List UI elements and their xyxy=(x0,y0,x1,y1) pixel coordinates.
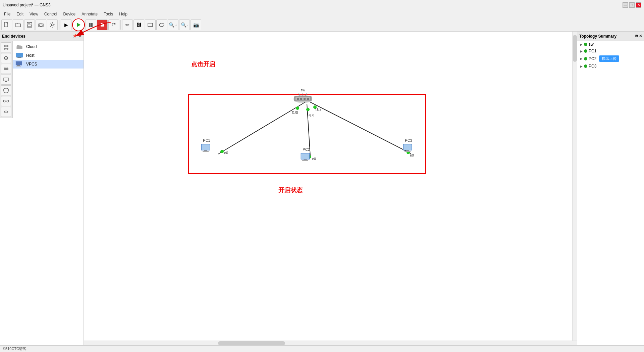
topology-box xyxy=(188,94,426,174)
svg-rect-53 xyxy=(307,98,309,100)
annotation-open: 点击开启 xyxy=(191,60,215,68)
cloud-icon xyxy=(15,44,23,50)
node-sw[interactable]: sw xyxy=(293,88,313,105)
topology-summary-panel: Topology Summary ⧉ ✕ ▶ sw ▶ PC1 ▶ PC2 接续… xyxy=(577,32,644,345)
device-host[interactable]: Host xyxy=(13,51,84,60)
menu-control[interactable]: Control xyxy=(42,11,60,17)
svg-rect-28 xyxy=(17,57,21,58)
canvas-scrollbar-v[interactable] xyxy=(572,32,577,341)
svg-point-16 xyxy=(4,48,6,50)
zoom-in-button[interactable]: 🔍+ xyxy=(168,19,178,30)
sidebar-router-button[interactable] xyxy=(1,53,11,63)
statusbar-text: ©510CTO请客 xyxy=(3,346,26,351)
open-button[interactable] xyxy=(13,19,23,30)
device-list: Cloud Host xyxy=(13,41,84,70)
svg-rect-27 xyxy=(16,53,23,57)
ellipse-button[interactable] xyxy=(156,19,167,30)
left-panel-title: End devices xyxy=(2,34,25,39)
edit-note-button[interactable]: ✏ xyxy=(122,19,133,30)
ts-connect-button[interactable]: 接续上传 xyxy=(599,55,619,62)
svg-rect-51 xyxy=(300,98,302,100)
canvas-scrollbar-h[interactable] xyxy=(84,341,577,345)
ts-item-pc1[interactable]: ▶ PC1 xyxy=(577,48,644,54)
svg-point-15 xyxy=(6,45,8,47)
toolbar-sep-2 xyxy=(120,20,121,30)
sidebar-all-button[interactable] xyxy=(1,42,11,52)
pc3-label: PC3 xyxy=(405,138,412,142)
left-toolbar xyxy=(0,41,13,118)
device-cloud[interactable]: Cloud xyxy=(13,42,84,51)
rectangle-button[interactable] xyxy=(145,19,156,30)
window-title: Unsaved project* — GNS3 xyxy=(3,3,51,7)
device-vpcs[interactable]: VPCS xyxy=(13,60,84,69)
svg-rect-3 xyxy=(28,25,31,27)
minimize-button[interactable]: — xyxy=(623,2,628,8)
sidebar-security-button[interactable] xyxy=(1,85,11,95)
ts-item-pc2[interactable]: ▶ PC2 接续上传 xyxy=(577,54,644,63)
menu-tools[interactable]: Tools xyxy=(101,11,116,17)
ts-dot-pc2 xyxy=(584,57,587,60)
preferences-button[interactable] xyxy=(47,19,58,30)
svg-rect-58 xyxy=(202,144,210,150)
titlebar: Unsaved project* — GNS3 — □ ✕ xyxy=(0,0,644,10)
ts-float-button[interactable]: ⧉ xyxy=(635,34,638,38)
menu-file[interactable]: File xyxy=(1,11,13,17)
pause-button[interactable] xyxy=(86,19,96,30)
svg-rect-64 xyxy=(302,160,308,161)
canvas-area[interactable]: 点击开启 开启状态 f1/0 f1/1 f1/2 xyxy=(84,32,577,345)
menu-device[interactable]: Device xyxy=(61,11,78,17)
ts-label-pc1: PC1 xyxy=(589,49,596,53)
pc1-label: PC1 xyxy=(203,138,210,142)
play-button[interactable] xyxy=(72,18,85,31)
screenshot-button[interactable]: 📷 xyxy=(191,19,201,30)
ts-item-pc3[interactable]: ▶ PC3 xyxy=(577,63,644,70)
ts-label-pc3: PC3 xyxy=(589,64,596,69)
node-pc2[interactable]: PC2 xyxy=(300,147,312,162)
stop-button[interactable] xyxy=(97,19,108,30)
close-button[interactable]: ✕ xyxy=(636,2,641,8)
zoom-out-button[interactable]: 🔍- xyxy=(179,19,190,30)
menu-help[interactable]: Help xyxy=(116,11,130,17)
svg-rect-8 xyxy=(91,23,93,27)
new-button[interactable] xyxy=(1,19,12,30)
connection-svg: f1/0 f1/1 f1/2 e0 e0 e0 xyxy=(84,32,577,345)
insert-image-button[interactable]: 🖼 xyxy=(133,19,144,30)
statusbar: ©510CTO请客 xyxy=(0,345,644,352)
redo-button[interactable] xyxy=(108,19,119,30)
node-pc3[interactable]: PC3 xyxy=(402,138,415,153)
snapshot-button[interactable] xyxy=(36,19,46,30)
sidebar-misc-button[interactable] xyxy=(1,96,11,106)
annotation-status: 开启状态 xyxy=(278,186,303,194)
svg-rect-20 xyxy=(4,78,8,81)
ts-item-sw[interactable]: ▶ sw xyxy=(577,41,644,48)
ts-arrow-pc3: ▶ xyxy=(580,64,583,68)
panel-close-button[interactable]: ✕ xyxy=(78,34,82,38)
ts-arrow-sw: ▶ xyxy=(580,43,583,46)
svg-rect-66 xyxy=(404,144,412,150)
sidebar-enddev-button[interactable] xyxy=(1,75,11,85)
svg-rect-63 xyxy=(304,160,307,160)
node-pc1[interactable]: PC1 xyxy=(201,138,213,153)
svg-rect-9 xyxy=(101,23,104,27)
svg-rect-62 xyxy=(301,153,309,159)
sidebar-link-button[interactable] xyxy=(1,107,11,117)
sidebar-switch-button[interactable] xyxy=(1,64,11,74)
maximize-button[interactable]: □ xyxy=(629,2,635,8)
capture-button[interactable]: ▶ xyxy=(61,19,71,30)
panel-pin-button[interactable]: 📌 xyxy=(72,34,77,38)
svg-rect-31 xyxy=(16,66,21,67)
ts-dot-sw xyxy=(584,43,587,46)
svg-point-5 xyxy=(51,24,53,26)
left-panel-header: End devices 📌 ✕ xyxy=(0,32,84,41)
svg-point-12 xyxy=(159,23,164,27)
menu-view[interactable]: View xyxy=(27,11,41,17)
ts-close-button[interactable]: ✕ xyxy=(639,34,642,38)
svg-rect-60 xyxy=(203,151,209,152)
menu-annotate[interactable]: Annotate xyxy=(79,11,100,17)
save-button[interactable] xyxy=(24,19,35,30)
ts-arrow-pc1: ▶ xyxy=(580,49,583,53)
pc2-label: PC2 xyxy=(303,147,310,151)
svg-rect-50 xyxy=(297,98,299,100)
svg-rect-7 xyxy=(89,23,91,27)
menu-edit[interactable]: Edit xyxy=(14,11,26,17)
